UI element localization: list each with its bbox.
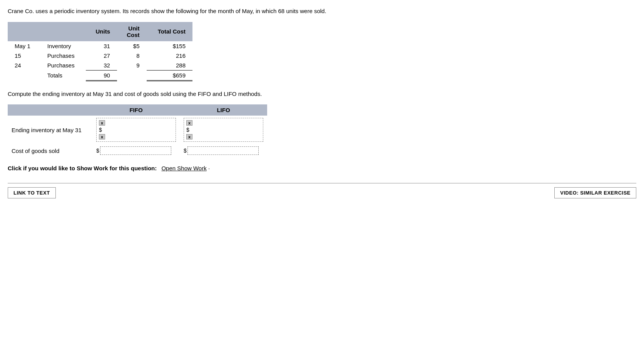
- show-work-line: Click if you would like to Show Work for…: [8, 165, 636, 171]
- video-similar-exercise-button[interactable]: VIDEO: SIMILAR EXERCISE: [554, 187, 636, 198]
- table-row: 15Purchases278216: [8, 51, 192, 60]
- row-type: Totals: [40, 70, 86, 81]
- table-row: May 1Inventory31$5$155: [8, 41, 192, 51]
- bottom-bar: LINK TO TEXT VIDEO: SIMILAR EXERCISE: [8, 183, 636, 198]
- lifo-ending-x2-line: x: [186, 134, 261, 140]
- cogs-row: Cost of goods sold $ $: [8, 144, 267, 157]
- col-type-header: [40, 22, 86, 41]
- fifo-cogs-input[interactable]: [102, 148, 169, 154]
- fifo-ending-top-input[interactable]: [106, 120, 173, 126]
- lifo-ending-bottom-input[interactable]: [193, 134, 261, 140]
- lifo-cogs-dollar-line: $: [184, 146, 263, 155]
- lifo-ending-top-input[interactable]: [193, 120, 261, 126]
- fifo-ending-inventory-group: x $ x: [96, 118, 176, 142]
- fifo-ending-x-button[interactable]: x: [99, 120, 105, 126]
- col-total-cost-header: Total Cost: [147, 22, 192, 41]
- row-unit-cost: $5: [117, 41, 147, 51]
- show-work-dot: ·: [208, 165, 210, 171]
- table-row: Totals90$659: [8, 70, 192, 81]
- fifo-cogs-dollar-line: $: [96, 146, 176, 155]
- lifo-ending-dollar-input[interactable]: [190, 127, 261, 133]
- fifo-ending-bottom-input[interactable]: [106, 134, 173, 140]
- lifo-ending-dollar-sign: $: [186, 127, 189, 133]
- cogs-label: Cost of goods sold: [8, 144, 92, 157]
- row-unit-cost: 8: [117, 51, 147, 60]
- col-unit-cost-header: Unit Cost: [117, 22, 147, 41]
- row-unit-cost: [117, 70, 147, 81]
- compute-text: Compute the ending inventory at May 31 a…: [8, 90, 636, 99]
- fifo-ending-dollar-line: $: [99, 127, 173, 133]
- show-work-bold: Click if you would like to Show Work for…: [8, 165, 157, 171]
- col-units-header: Units: [86, 22, 117, 41]
- row-units: 32: [86, 60, 117, 71]
- intro-text: Crane Co. uses a periodic inventory syst…: [8, 7, 636, 16]
- fifo-ending-inventory-cell[interactable]: x $ x: [92, 116, 180, 144]
- lifo-ending-x-button[interactable]: x: [186, 120, 192, 126]
- table-row: 24Purchases329288: [8, 60, 192, 71]
- row-total-cost: 288: [147, 60, 192, 71]
- lifo-cogs-dollar-sign: $: [184, 148, 187, 154]
- row-units: 27: [86, 51, 117, 60]
- fifo-ending-x-line: x: [99, 120, 173, 126]
- row-unit-cost: 9: [117, 60, 147, 71]
- row-date: 15: [8, 51, 40, 60]
- fifo-ending-x2-button[interactable]: x: [99, 134, 105, 139]
- row-total-cost: 216: [147, 51, 192, 60]
- ending-inventory-row: Ending inventory at May 31 x $ x: [8, 116, 267, 144]
- inventory-table: Units Unit Cost Total Cost May 1Inventor…: [8, 22, 192, 81]
- answer-section: FIFO LIFO Ending inventory at May 31 x $: [8, 104, 636, 157]
- row-date: May 1: [8, 41, 40, 51]
- row-type: Purchases: [40, 60, 86, 71]
- row-total-cost: $659: [147, 70, 192, 81]
- fifo-cogs-dollar-sign: $: [96, 148, 99, 154]
- answer-col-label-header: [8, 104, 92, 116]
- fifo-ending-x2-line: x: [99, 134, 173, 140]
- lifo-ending-x-line: x: [186, 120, 261, 126]
- fifo-ending-dollar-sign: $: [99, 127, 102, 133]
- row-type: Inventory: [40, 41, 86, 51]
- lifo-ending-dollar-line: $: [186, 127, 261, 133]
- lifo-ending-inventory-group: x $ x: [184, 118, 263, 142]
- link-to-text-button[interactable]: LINK TO TEXT: [8, 187, 56, 198]
- table-header-row: Units Unit Cost Total Cost: [8, 22, 192, 41]
- lifo-ending-inventory-cell[interactable]: x $ x: [180, 116, 267, 144]
- row-date: 24: [8, 60, 40, 71]
- answer-table: FIFO LIFO Ending inventory at May 31 x $: [8, 104, 267, 157]
- lifo-ending-x2-button[interactable]: x: [186, 134, 192, 139]
- answer-header-row: FIFO LIFO: [8, 104, 267, 116]
- open-show-work-link[interactable]: Open Show Work: [161, 165, 206, 171]
- fifo-ending-dollar-input[interactable]: [103, 127, 173, 133]
- fifo-cogs-cell[interactable]: $: [92, 144, 180, 157]
- row-units: 31: [86, 41, 117, 51]
- lifo-cogs-input[interactable]: [189, 148, 257, 154]
- lifo-header: LIFO: [180, 104, 267, 116]
- row-units: 90: [86, 70, 117, 81]
- row-total-cost: $155: [147, 41, 192, 51]
- row-type: Purchases: [40, 51, 86, 60]
- fifo-header: FIFO: [92, 104, 180, 116]
- ending-inventory-label: Ending inventory at May 31: [8, 116, 92, 144]
- lifo-cogs-cell[interactable]: $: [180, 144, 267, 157]
- col-date-header: [8, 22, 40, 41]
- row-date: [8, 70, 40, 81]
